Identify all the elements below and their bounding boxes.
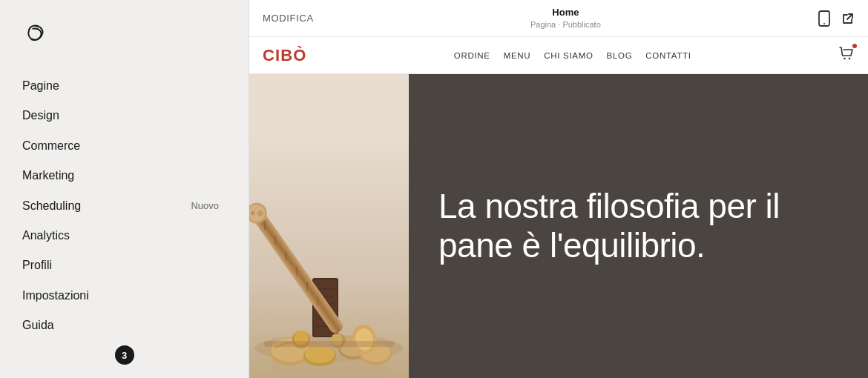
nav-link-chisiamo[interactable]: CHI SIAMO — [544, 51, 593, 60]
page-status: Pagina · Pubblicato — [530, 19, 601, 30]
sidebar-item-profili[interactable]: Profili — [22, 251, 249, 280]
cart-icon[interactable] — [838, 46, 855, 65]
sidebar-label-scheduling: Scheduling — [22, 198, 81, 214]
svg-point-3 — [849, 57, 851, 59]
hero-text-area: La nostra filosofia per il pane è l'equi… — [409, 74, 868, 378]
sidebar-label-guida: Guida — [22, 317, 54, 334]
hero-section: La nostra filosofia per il pane è l'equi… — [249, 74, 868, 378]
topbar-actions — [818, 10, 855, 27]
mobile-preview-icon[interactable] — [818, 10, 831, 27]
nav-link-ordine[interactable]: ORDINE — [454, 51, 490, 60]
logo[interactable] — [0, 15, 249, 56]
cart-badge — [852, 44, 857, 48]
sidebar-item-commerce[interactable]: Commerce — [22, 131, 249, 161]
sidebar-label-pagine: Pagine — [22, 78, 59, 94]
sidebar-label-profili: Profili — [22, 257, 52, 273]
nav-link-blog[interactable]: BLOG — [607, 51, 633, 60]
topbar: MODIFICA Home Pagina · Pubblicato — [249, 0, 868, 37]
hero-headline: La nostra filosofia per il pane è l'equi… — [438, 187, 838, 265]
sidebar-notification-badge: 3 — [115, 345, 134, 365]
page-name: Home — [552, 7, 579, 19]
svg-point-1 — [823, 23, 825, 24]
hero-image — [249, 74, 409, 378]
modifica-label[interactable]: MODIFICA — [263, 13, 314, 24]
website-nav-links: ORDINE MENU CHI SIAMO BLOG CONTATTI — [454, 51, 691, 60]
website-navbar: CIBÒ ORDINE MENU CHI SIAMO BLOG CONTATTI — [249, 37, 868, 74]
svg-rect-40 — [264, 341, 394, 347]
sidebar-label-analytics: Analytics — [22, 228, 70, 244]
sidebar-item-marketing[interactable]: Marketing — [22, 161, 249, 190]
sidebar: Pagine Design Commerce Marketing Schedul… — [0, 0, 249, 378]
external-link-icon[interactable] — [841, 12, 855, 25]
sidebar-navigation: Pagine Design Commerce Marketing Schedul… — [0, 71, 249, 341]
sidebar-item-design[interactable]: Design — [22, 101, 249, 130]
sidebar-label-marketing: Marketing — [22, 168, 74, 184]
sidebar-label-design: Design — [22, 107, 59, 124]
sidebar-label-commerce: Commerce — [22, 138, 80, 154]
svg-point-29 — [305, 345, 335, 363]
nav-link-contatti[interactable]: CONTATTI — [645, 51, 691, 60]
nav-link-menu[interactable]: MENU — [504, 51, 531, 60]
page-info: Home Pagina · Pubblicato — [530, 7, 601, 30]
sidebar-item-impostazioni[interactable]: Impostazioni — [22, 281, 249, 311]
sidebar-item-pagine[interactable]: Pagine — [22, 71, 249, 101]
svg-point-2 — [844, 57, 846, 59]
sidebar-item-guida[interactable]: Guida — [22, 311, 249, 340]
main-content: MODIFICA Home Pagina · Pubblicato C — [249, 0, 868, 378]
sidebar-item-scheduling[interactable]: Scheduling Nuovo — [22, 191, 249, 221]
website-brand: CIBÒ — [263, 46, 306, 65]
sidebar-item-analytics[interactable]: Analytics — [22, 221, 249, 251]
scheduling-badge: Nuovo — [191, 199, 226, 213]
sidebar-label-impostazioni: Impostazioni — [22, 288, 89, 304]
